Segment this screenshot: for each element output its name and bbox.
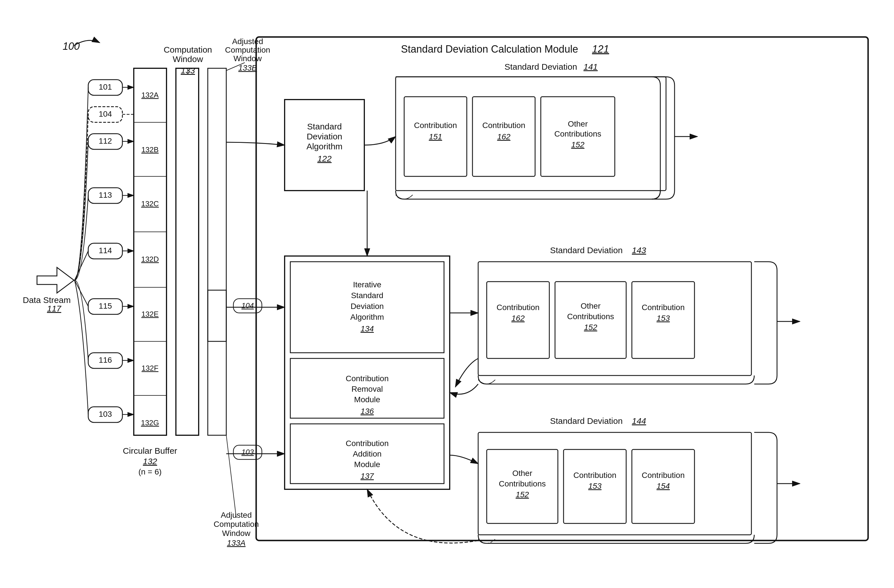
other-contrib-152c-label: Other (512, 469, 532, 478)
line-stream-112 (75, 142, 88, 280)
buffer-ref-113: 113 (99, 191, 112, 199)
adj-comp-window-b-box (208, 68, 226, 341)
contrib-removal-label2: Removal (352, 384, 383, 394)
buffer-ref-112: 112 (99, 137, 112, 145)
adj-comp-window-a-box (208, 290, 226, 435)
std-dev-algo-label: Standard (307, 122, 342, 131)
arrow-removal-feedback (450, 384, 478, 394)
arrow-143-to-removal (455, 359, 478, 387)
other-contrib-152a-label2: Contributions (554, 130, 601, 138)
contrib-151-label: Contribution (414, 121, 457, 130)
other-contrib-152c-label2: Contributions (499, 479, 546, 488)
arrow-algo-to-141 (364, 137, 396, 145)
sd-143-scroll-right (754, 262, 777, 384)
buffer-label-132e: 132E (142, 310, 159, 318)
buffer-ref-104: 104 (99, 110, 112, 118)
iterative-algo-label4: Algorithm (350, 313, 384, 321)
sd-141-fold (396, 195, 413, 199)
buffer-label-132d: 132D (141, 255, 159, 264)
buffer-label-132f: 132F (142, 364, 158, 372)
contrib-addition-label2: Addition (353, 449, 381, 458)
buffer-label-132g: 132G (141, 418, 159, 427)
ref-104-label: 104 (242, 301, 254, 310)
adj-comp-a-label3: Window (222, 529, 251, 538)
contrib-addition-ref: 137 (361, 472, 374, 481)
adj-comp-a-label2: Computation (214, 520, 259, 529)
line-stream-116 (75, 280, 88, 360)
adj-comp-b-label: Adjusted (232, 37, 263, 46)
sd-143-fold (478, 380, 495, 384)
adj-comp-b-label3: Window (233, 54, 262, 63)
adj-comp-a-label: Adjusted (221, 511, 252, 519)
std-dev-module-box (256, 37, 868, 540)
contrib-154-ref: 154 (657, 482, 670, 490)
other-contrib-152b-label: Other (581, 302, 601, 311)
contrib-162b-label: Contribution (497, 303, 540, 312)
std-dev-algo-ref: 122 (317, 154, 332, 163)
sd-144-bottom-curl (478, 535, 754, 543)
iterative-algo-label3: Deviation (351, 302, 384, 311)
contrib-153b-label: Contribution (642, 303, 685, 312)
buffer-label-132b: 132B (142, 145, 159, 154)
buffer-label-132c: 132C (141, 199, 159, 208)
contrib-151-ref: 151 (429, 132, 442, 141)
contrib-153c-ref: 153 (588, 482, 602, 490)
buffer-ref-116: 116 (99, 356, 112, 365)
sd-143-ref: 143 (632, 246, 646, 255)
sd-144-scroll-right (754, 433, 777, 543)
computation-window-box (176, 68, 199, 435)
other-contrib-152b-ref: 152 (584, 323, 597, 332)
std-dev-algo-label3: Algorithm (307, 142, 343, 151)
circ-buf-label: Circular Buffer (123, 446, 177, 455)
adj-comp-b-label2: Computation (225, 45, 270, 54)
contrib-removal-label: Contribution (346, 374, 389, 383)
line-stream-114 (75, 251, 88, 280)
buffer-ref-114: 114 (99, 246, 112, 255)
other-contrib-152b-label2: Contributions (567, 312, 614, 321)
iterative-algo-ref: 134 (361, 324, 374, 333)
contrib-162a-label: Contribution (482, 121, 526, 130)
contrib-154-label: Contribution (642, 471, 685, 479)
line-stream-115 (75, 280, 88, 306)
comp-window-label: Computation (164, 45, 212, 54)
arrow-addition-to-144 (450, 455, 478, 464)
sd-143-bottom-curl (478, 375, 754, 384)
circ-buf-ref: 132 (143, 457, 157, 466)
line-stream-103 (75, 280, 88, 415)
sd-144-title: Standard Deviation (550, 416, 622, 425)
contrib-removal-ref: 136 (361, 407, 374, 416)
data-stream-arrow (37, 267, 74, 293)
buffer-ref-115: 115 (99, 302, 112, 311)
circular-buffer-box (134, 68, 166, 435)
buffer-ref-103: 103 (99, 410, 112, 418)
contrib-addition-label: Contribution (346, 439, 389, 448)
contrib-162b-ref: 162 (512, 314, 525, 323)
iterative-algo-label: Iterative (353, 280, 381, 289)
std-dev-141-ref: 141 (583, 62, 598, 71)
contrib-153b-ref: 153 (657, 314, 670, 323)
iterative-algo-label2: Standard (351, 291, 384, 300)
std-dev-module-ref: 121 (592, 43, 609, 55)
data-stream-label: Data Stream (23, 295, 71, 305)
comp-window-label2: Window (173, 54, 203, 64)
ref-103-label: 103 (242, 448, 254, 456)
std-dev-141-title: Standard Deviation (504, 62, 577, 71)
adj-comp-b-ref: 133B (238, 63, 257, 72)
adj-comp-a-ref: 133A (227, 538, 245, 547)
contrib-addition-label3: Module (354, 460, 380, 469)
data-stream-ref: 117 (47, 304, 62, 313)
buffer-label-132a: 132A (142, 91, 159, 99)
contrib-153c-label: Contribution (574, 471, 616, 479)
other-contrib-152c-ref: 152 (516, 490, 529, 499)
fig-number: 100 (63, 41, 80, 52)
contrib-removal-label3: Module (354, 395, 380, 404)
dashed-feedback-line (367, 489, 478, 543)
std-dev-module-title: Standard Deviation Calculation Module (401, 43, 578, 55)
circ-buf-note: (n = 6) (138, 467, 162, 476)
std-dev-algo-label2: Deviation (307, 132, 342, 141)
other-contrib-152a-label: Other (568, 119, 588, 128)
buffer-ref-101: 101 (99, 83, 112, 91)
contrib-162a-ref: 162 (497, 132, 510, 141)
sd-141-bottom-curl (396, 191, 660, 199)
sd-143-title: Standard Deviation (550, 246, 622, 255)
